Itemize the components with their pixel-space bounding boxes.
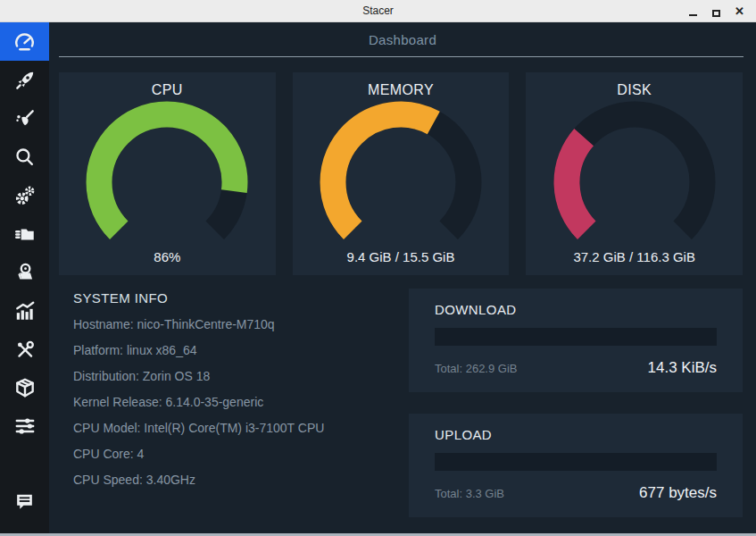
system-info-title: SYSTEM INFO bbox=[73, 290, 409, 306]
minimize-icon bbox=[689, 14, 697, 16]
cpu-gauge-value: 86% bbox=[154, 249, 180, 264]
memory-gauge-title: MEMORY bbox=[368, 82, 434, 98]
system-info-cpu-speed: CPU Speed: 3.40GHz bbox=[73, 467, 409, 493]
sidebar-item-apt-repositories[interactable] bbox=[0, 368, 49, 406]
disk-gauge-card: DISK 37.2 GiB / 116.3 GiB bbox=[526, 72, 743, 275]
sidebar-item-processes[interactable] bbox=[0, 214, 49, 253]
disk-gauge-title: DISK bbox=[617, 82, 652, 98]
sidebar-item-resources[interactable] bbox=[0, 291, 49, 330]
sidebar bbox=[0, 22, 49, 533]
header-divider bbox=[59, 56, 744, 57]
maximize-icon bbox=[712, 10, 720, 17]
box-icon bbox=[13, 376, 37, 399]
cpu-gauge-title: CPU bbox=[152, 82, 183, 98]
disk-gauge bbox=[550, 100, 719, 245]
sidebar-item-startup-apps[interactable] bbox=[0, 61, 49, 99]
minimize-button[interactable] bbox=[687, 5, 699, 17]
upload-title: UPLOAD bbox=[435, 427, 717, 442]
upload-total: Total: 3.3 GiB bbox=[435, 487, 504, 500]
cpu-gauge-card: CPU 86% bbox=[59, 72, 276, 275]
rocket-icon bbox=[13, 69, 37, 92]
system-info-platform: Platform: linux x86_64 bbox=[73, 338, 409, 364]
maximize-button[interactable] bbox=[710, 5, 722, 17]
upload-progress-bar bbox=[435, 453, 717, 471]
sliders-icon bbox=[13, 415, 37, 438]
memory-gauge-card: MEMORY 9.4 GiB / 15.5 GiB bbox=[293, 72, 510, 275]
memory-gauge bbox=[316, 100, 486, 245]
system-info-cpu-model: CPU Model: Intel(R) Core(TM) i3-7100T CP… bbox=[73, 415, 409, 441]
download-progress-bar bbox=[435, 328, 717, 346]
folder-speed-icon bbox=[13, 222, 37, 246]
system-info-distribution: Distribution: Zorin OS 18 bbox=[73, 364, 409, 389]
close-button[interactable]: ✕ bbox=[734, 5, 745, 17]
search-icon bbox=[13, 146, 36, 168]
gears-icon bbox=[13, 184, 37, 207]
upload-speed: 677 bytes/s bbox=[639, 484, 717, 502]
sidebar-item-helpers[interactable] bbox=[0, 330, 49, 368]
page-title: Dashboard bbox=[369, 32, 436, 47]
system-info: SYSTEM INFO Hostname: nico-ThinkCentre-M… bbox=[59, 289, 409, 517]
sidebar-item-system-cleaner[interactable] bbox=[0, 99, 49, 138]
gauge-row: CPU 86% MEMORY 9.4 GiB / 15.5 GiB DISK bbox=[59, 72, 743, 275]
system-info-cpu-core: CPU Core: 4 bbox=[73, 441, 409, 467]
titlebar: Stacer ✕ bbox=[0, 0, 756, 22]
tools-icon bbox=[13, 338, 37, 361]
sidebar-item-dashboard[interactable] bbox=[0, 22, 49, 61]
sidebar-item-uninstaller[interactable] bbox=[0, 253, 49, 291]
lower-section: SYSTEM INFO Hostname: nico-ThinkCentre-M… bbox=[59, 289, 743, 517]
memory-gauge-value: 9.4 GiB / 15.5 GiB bbox=[347, 249, 455, 264]
sidebar-item-search[interactable] bbox=[0, 138, 49, 176]
download-total: Total: 262.9 GiB bbox=[435, 362, 518, 375]
bar-chart-icon bbox=[13, 299, 37, 322]
close-icon: ✕ bbox=[735, 5, 744, 17]
download-title: DOWNLOAD bbox=[435, 302, 717, 317]
window-controls: ✕ bbox=[687, 5, 756, 17]
upload-card: UPLOAD Total: 3.3 GiB 677 bytes/s bbox=[409, 414, 743, 517]
cpu-gauge bbox=[82, 100, 252, 245]
main-content: Dashboard CPU 86% MEMORY 9.4 GiB / 15.5 … bbox=[49, 22, 756, 533]
sidebar-item-services[interactable] bbox=[0, 176, 49, 214]
disk-gauge-value: 37.2 GiB / 116.3 GiB bbox=[573, 249, 694, 264]
download-card: DOWNLOAD Total: 262.9 GiB 14.3 KiB/s bbox=[409, 289, 743, 392]
network-column: DOWNLOAD Total: 262.9 GiB 14.3 KiB/s UPL… bbox=[409, 289, 743, 517]
system-info-hostname: Hostname: nico-ThinkCentre-M710q bbox=[73, 312, 409, 338]
speedometer-icon bbox=[12, 29, 37, 54]
page-header: Dashboard bbox=[49, 22, 756, 56]
download-speed: 14.3 KiB/s bbox=[648, 359, 718, 377]
chat-bubble-icon bbox=[13, 490, 36, 513]
sidebar-item-feedback[interactable] bbox=[0, 482, 49, 521]
system-info-kernel: Kernel Release: 6.14.0-35-generic bbox=[73, 389, 409, 415]
broom-icon bbox=[13, 107, 37, 130]
sidebar-item-settings[interactable] bbox=[0, 406, 49, 445]
package-disc-icon bbox=[13, 261, 37, 284]
window-title: Stacer bbox=[0, 4, 756, 17]
